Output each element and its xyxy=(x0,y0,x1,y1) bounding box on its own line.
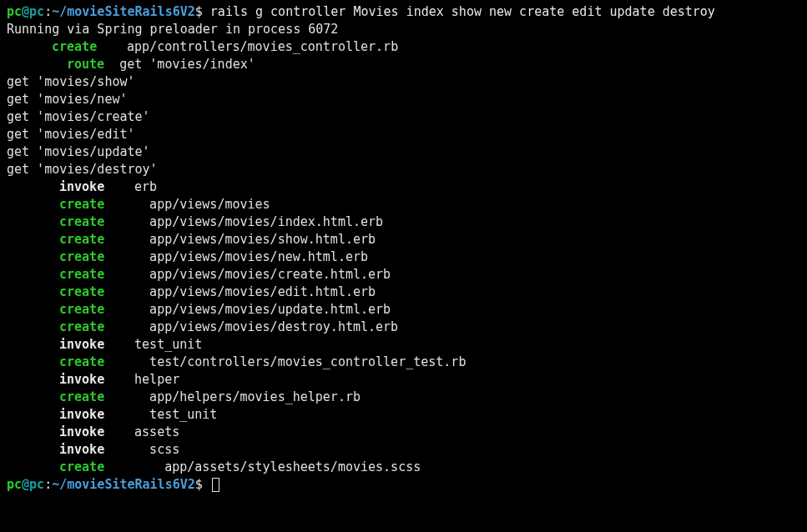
output-get-new: get 'movies/new' xyxy=(7,91,800,108)
prompt-host: pc xyxy=(29,4,44,19)
output-create-new: create app/views/movies/new.html.erb xyxy=(7,248,800,266)
action-invoke: invoke xyxy=(59,441,119,459)
output-get-create: get 'movies/create' xyxy=(7,108,800,126)
output-create-create: create app/views/movies/create.html.erb xyxy=(7,266,800,284)
action-invoke: invoke xyxy=(59,371,119,389)
output-invoke-erb: invoke erb xyxy=(7,178,800,196)
action-create: create xyxy=(59,301,119,319)
action-create: create xyxy=(59,213,119,231)
output-invoke-assets: invoke assets xyxy=(7,424,800,441)
prompt-dollar: $ xyxy=(195,477,203,492)
output-create-helper: create app/helpers/movies_helper.rb xyxy=(7,389,800,406)
cursor-icon xyxy=(212,478,219,492)
prompt-user: pc xyxy=(7,4,22,19)
output-invoke-helper: invoke helper xyxy=(7,371,800,389)
action-create: create xyxy=(52,38,112,56)
action-invoke: invoke xyxy=(59,406,119,424)
output-create-edit: create app/views/movies/edit.html.erb xyxy=(7,284,800,301)
action-route: route xyxy=(67,57,104,72)
action-create: create xyxy=(59,389,119,406)
output-invoke-scss: invoke scss xyxy=(7,441,800,459)
prompt-line-2[interactable]: pc@pc:~/movieSiteRails6V2$ xyxy=(7,476,800,494)
output-get-show: get 'movies/show' xyxy=(7,73,800,91)
prompt-colon: : xyxy=(44,4,52,19)
prompt-line-1[interactable]: pc@pc:~/movieSiteRails6V2$ rails g contr… xyxy=(7,3,800,21)
action-create: create xyxy=(59,248,119,266)
action-invoke: invoke xyxy=(59,336,119,354)
action-create: create xyxy=(59,354,119,371)
output-create-views: create app/views/movies xyxy=(7,196,800,213)
command-text xyxy=(203,4,210,19)
output-create-show: create app/views/movies/show.html.erb xyxy=(7,231,800,248)
output-create-index: create app/views/movies/index.html.erb xyxy=(7,213,800,231)
prompt-at: @ xyxy=(22,4,29,19)
output-create-scss: create app/assets/stylesheets/movies.scs… xyxy=(7,459,800,476)
output-create-test: create test/controllers/movies_controlle… xyxy=(7,354,800,371)
prompt-host: pc xyxy=(29,477,44,492)
output-get-update: get 'movies/update' xyxy=(7,143,800,161)
action-create: create xyxy=(59,459,119,476)
command: rails g controller Movies index show new… xyxy=(210,4,715,19)
prompt-path: ~/movieSiteRails6V2 xyxy=(52,4,195,19)
output-create-controller: create app/controllers/movies_controller… xyxy=(7,38,800,56)
prompt-path: ~/movieSiteRails6V2 xyxy=(52,477,195,492)
action-create: create xyxy=(59,196,119,213)
output-create-destroy: create app/views/movies/destroy.html.erb xyxy=(7,319,800,336)
output-get-destroy: get 'movies/destroy' xyxy=(7,161,800,178)
prompt-dollar: $ xyxy=(195,4,203,19)
output-spring: Running via Spring preloader in process … xyxy=(7,21,800,38)
output-get-edit: get 'movies/edit' xyxy=(7,126,800,143)
output-create-update: create app/views/movies/update.html.erb xyxy=(7,301,800,319)
action-create: create xyxy=(59,266,119,284)
prompt-colon: : xyxy=(44,477,52,492)
action-create: create xyxy=(59,284,119,301)
action-invoke: invoke xyxy=(59,424,119,441)
action-create: create xyxy=(59,319,119,336)
action-create: create xyxy=(59,231,119,248)
prompt-user: pc xyxy=(7,477,22,492)
prompt-at: @ xyxy=(22,477,29,492)
output-route: route get 'movies/index' xyxy=(7,56,800,73)
output-invoke-testunit: invoke test_unit xyxy=(7,336,800,354)
output-invoke-testunit2: invoke test_unit xyxy=(7,406,800,424)
action-invoke: invoke xyxy=(59,178,119,196)
